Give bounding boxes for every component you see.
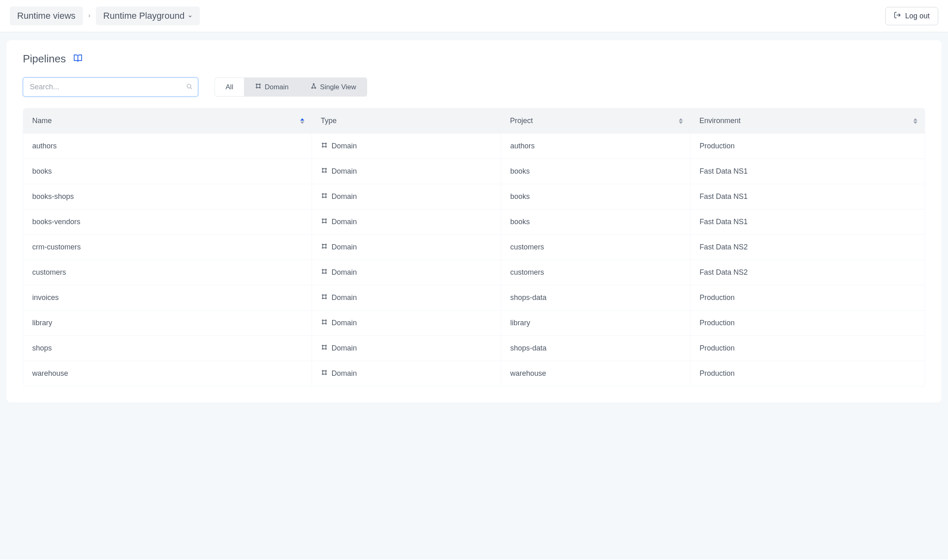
breadcrumb-root[interactable]: Runtime views [10,7,83,25]
svg-point-0 [187,84,191,88]
cell-environment: Fast Data NS1 [690,209,925,235]
svg-point-38 [322,323,323,324]
domain-icon [321,142,328,150]
svg-point-5 [313,84,314,85]
book-open-icon[interactable] [73,54,82,64]
svg-point-44 [322,370,323,372]
column-header-project[interactable]: Project [501,108,690,134]
sort-desc-icon [913,121,917,124]
cell-type: Domain [312,311,501,336]
table-row[interactable]: booksDomainbooksFast Data NS1 [23,159,925,184]
svg-point-12 [322,168,323,170]
svg-point-7 [315,87,316,88]
domain-icon [321,167,328,176]
table-row[interactable]: libraryDomainlibraryProduction [23,311,925,336]
cell-environment: Production [690,311,925,336]
breadcrumb-current-label: Runtime Playground [103,11,184,21]
page-body: Pipelines All Domain [0,32,948,560]
sort-asc-icon [300,118,304,121]
domain-icon [321,293,328,302]
column-header-name[interactable]: Name [23,108,312,134]
single-view-icon [310,83,317,91]
table-row[interactable]: warehouseDomainwarehouseProduction [23,361,925,386]
svg-point-47 [325,374,326,375]
domain-icon [321,369,328,378]
cell-project: customers [501,260,690,285]
column-header-environment[interactable]: Environment [690,108,925,134]
svg-point-36 [322,320,323,321]
chevron-down-icon [188,11,193,21]
panel-title-row: Pipelines [23,53,925,65]
sort-indicator-project [679,118,683,124]
sort-indicator-name [300,118,304,124]
breadcrumb: Runtime views Runtime Playground [10,7,200,25]
filter-domain[interactable]: Domain [244,78,299,96]
cell-name: authors [23,134,312,159]
svg-point-1 [256,84,257,85]
logout-label: Log out [905,12,930,20]
breadcrumb-current[interactable]: Runtime Playground [96,7,200,25]
column-header-name-label: Name [32,117,52,125]
table-row[interactable]: shopsDomainshops-dataProduction [23,336,925,361]
cell-type: Domain [312,159,501,184]
svg-point-41 [325,345,326,346]
svg-point-24 [322,244,323,245]
svg-point-27 [325,247,326,249]
svg-point-25 [325,244,326,245]
cell-name: warehouse [23,361,312,386]
svg-point-28 [322,269,323,271]
filter-all[interactable]: All [215,78,244,96]
cell-project: shops-data [501,336,690,361]
cell-type: Domain [312,134,501,159]
cell-type: Domain [312,260,501,285]
svg-point-32 [322,295,323,296]
search-input[interactable] [23,77,198,97]
cell-name: crm-customers [23,235,312,260]
domain-icon [321,268,328,277]
cell-name: customers [23,260,312,285]
svg-point-33 [325,295,326,296]
cell-type-label: Domain [332,218,357,226]
domain-icon [321,319,328,327]
table-row[interactable]: crm-customersDomaincustomersFast Data NS… [23,235,925,260]
cell-name: books [23,159,312,184]
svg-point-34 [322,298,323,299]
column-header-environment-label: Environment [699,117,740,125]
cell-environment: Production [690,134,925,159]
filter-single-view[interactable]: Single View [299,78,367,96]
cell-name: books-vendors [23,209,312,235]
svg-point-37 [325,320,326,321]
cell-type: Domain [312,184,501,209]
domain-icon [321,243,328,251]
cell-type-label: Domain [332,142,357,150]
logout-button[interactable]: Log out [885,7,938,25]
table-row[interactable]: books-vendorsDomainbooksFast Data NS1 [23,209,925,235]
table-row[interactable]: invoicesDomainshops-dataProduction [23,285,925,311]
cell-project: library [501,311,690,336]
cell-type-label: Domain [332,344,357,353]
svg-point-39 [325,323,326,324]
column-header-type[interactable]: Type [312,108,501,134]
type-filter-group: All Domain Single View [215,77,367,97]
svg-point-31 [325,273,326,274]
filter-single-view-label: Single View [320,83,357,91]
cell-environment: Fast Data NS1 [690,159,925,184]
table-row[interactable]: books-shopsDomainbooksFast Data NS1 [23,184,925,209]
svg-point-10 [322,146,323,148]
svg-point-30 [322,273,323,274]
svg-point-9 [325,143,326,144]
svg-point-16 [322,194,323,195]
cell-type-label: Domain [332,192,357,201]
logout-icon [894,11,901,21]
column-header-project-label: Project [510,117,533,125]
cell-name: shops [23,336,312,361]
cell-environment: Production [690,361,925,386]
pipelines-table: Name Type Project [23,108,925,386]
svg-point-42 [322,348,323,350]
table-row[interactable]: authorsDomainauthorsProduction [23,134,925,159]
search-icon [186,83,193,91]
svg-point-43 [325,348,326,350]
cell-environment: Fast Data NS2 [690,235,925,260]
cell-type-label: Domain [332,268,357,277]
table-row[interactable]: customersDomaincustomersFast Data NS2 [23,260,925,285]
